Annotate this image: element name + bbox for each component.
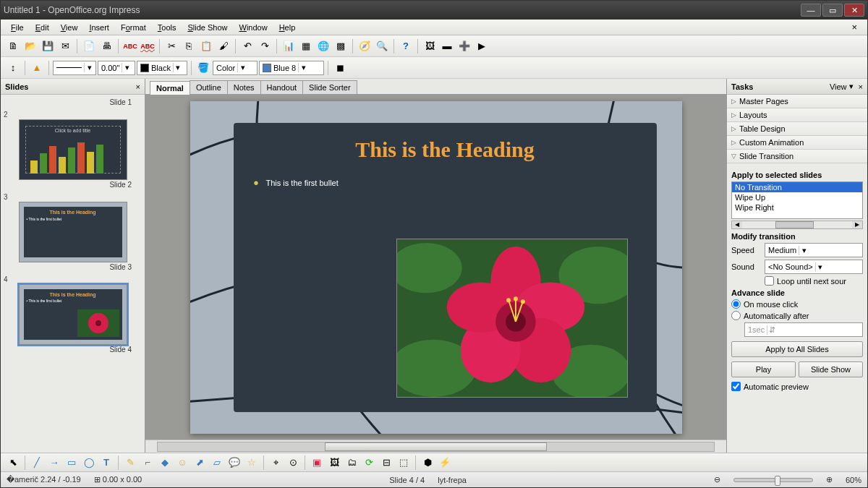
chart-button[interactable]: 📊 — [281, 38, 297, 54]
menu-file[interactable]: File — [5, 22, 30, 33]
autoafter-time[interactable]: 1sec⇵ — [744, 322, 863, 337]
fill-mode-combo[interactable]: Color▾ — [213, 61, 258, 75]
arrange-tool[interactable]: ⬚ — [396, 455, 412, 471]
rect-tool[interactable]: ▭ — [64, 455, 80, 471]
line-width-combo[interactable]: 0.00"▾ — [98, 61, 135, 75]
section-table-design[interactable]: Table Design — [727, 122, 867, 136]
slide-thumb-2[interactable]: 2 Click to add title Slide 2 — [4, 111, 142, 189]
slide-canvas[interactable]: This is the Heading This is the first bu… — [190, 101, 682, 434]
zoom-value[interactable]: 60% — [846, 476, 861, 484]
block-arrows-tool[interactable]: ⬈ — [192, 455, 208, 471]
section-custom-animation[interactable]: Custom Animation — [727, 136, 867, 150]
line-color-combo[interactable]: Black▾ — [137, 61, 187, 75]
section-master-pages[interactable]: Master Pages — [727, 95, 867, 108]
zoom-out-icon[interactable]: ⊖ — [714, 475, 720, 484]
zoom-thumb[interactable] — [775, 476, 780, 486]
arrow-tool[interactable]: → — [46, 455, 62, 471]
area-button[interactable]: 🪣 — [195, 60, 211, 76]
play-button[interactable]: Play — [731, 361, 796, 377]
fontwork-tool[interactable]: ▣ — [309, 455, 325, 471]
stars-tool[interactable]: ☆ — [244, 455, 260, 471]
gallery-tool[interactable]: 🗂 — [344, 455, 359, 471]
menu-tools[interactable]: Tools — [152, 22, 182, 33]
arrow-style-button[interactable]: ↕ — [5, 60, 21, 76]
align-tool[interactable]: ⊟ — [378, 455, 394, 471]
help-button[interactable]: ? — [398, 38, 414, 54]
transition-scroll[interactable]: ◀▶ — [731, 221, 863, 229]
tasks-view-menu[interactable]: View ▾ × — [830, 82, 863, 91]
flowchart-tool[interactable]: ▱ — [209, 455, 225, 471]
curve-tool[interactable]: ✎ — [122, 455, 138, 471]
minimize-button[interactable]: — — [801, 4, 821, 17]
extrusion-tool[interactable]: ⬢ — [420, 455, 435, 471]
points-tool[interactable]: ⌖ — [268, 455, 284, 471]
tab-outline[interactable]: Outline — [190, 80, 228, 94]
paste-button[interactable]: 📋 — [198, 38, 214, 54]
slide-image[interactable] — [396, 239, 628, 398]
menu-edit[interactable]: Edit — [30, 22, 55, 33]
tab-normal[interactable]: Normal — [150, 81, 190, 95]
slides-list[interactable]: Slide 1 2 Click to add title Slide 2 3 T… — [1, 95, 145, 453]
onclick-radio[interactable] — [731, 299, 741, 309]
interaction-tool[interactable]: ⚡ — [437, 455, 453, 471]
slide-heading[interactable]: This is the Heading — [254, 137, 637, 162]
apply-all-button[interactable]: Apply to All Slides — [731, 341, 863, 357]
redo-button[interactable]: ↷ — [257, 38, 273, 54]
menu-insert[interactable]: Insert — [83, 22, 115, 33]
line-tool[interactable]: ╱ — [29, 455, 45, 471]
hyperlink-button[interactable]: 🌐 — [315, 38, 331, 54]
insert-slide-button[interactable]: ➕ — [456, 38, 472, 54]
scroll-track[interactable] — [157, 442, 715, 452]
menu-help[interactable]: Help — [273, 22, 302, 33]
transition-option[interactable]: No Transition — [732, 182, 862, 192]
print-button[interactable]: 🖶 — [98, 38, 114, 54]
section-slide-transition[interactable]: Slide Transition — [727, 150, 867, 163]
shadow-button[interactable]: ◼ — [332, 60, 348, 76]
transition-option[interactable]: Wipe Right — [732, 202, 862, 213]
slides-panel-close-icon[interactable]: × — [136, 82, 140, 91]
maximize-button[interactable]: ▭ — [822, 4, 843, 17]
scroll-thumb[interactable] — [325, 442, 548, 451]
slide-thumb-4[interactable]: 4 This is the Heading • This is the firs… — [4, 275, 142, 354]
cut-button[interactable]: ✂ — [163, 38, 179, 54]
new-button[interactable]: 🗎 — [5, 38, 21, 54]
open-button[interactable]: 📂 — [22, 38, 38, 54]
close-button[interactable]: ✕ — [844, 4, 864, 17]
save-button[interactable]: 💾 — [40, 38, 56, 54]
format-paint-button[interactable]: 🖌 — [216, 38, 231, 54]
text-tool[interactable]: T — [98, 455, 114, 471]
slide-design-button[interactable]: 🖼 — [422, 38, 438, 54]
email-button[interactable]: ✉ — [57, 38, 73, 54]
grid-button[interactable]: ▩ — [333, 38, 349, 54]
symbol-shapes-tool[interactable]: ☺ — [174, 455, 190, 471]
slide-thumb-3[interactable]: 3 This is the Heading • This is the firs… — [4, 193, 142, 271]
table-button[interactable]: ▦ — [298, 38, 314, 54]
transition-option[interactable]: Wipe Up — [732, 192, 862, 202]
tab-handout[interactable]: Handout — [260, 80, 304, 94]
basic-shapes-tool[interactable]: ◆ — [157, 455, 173, 471]
horizontal-scrollbar[interactable] — [145, 440, 726, 453]
section-layouts[interactable]: Layouts — [727, 108, 867, 122]
menu-window[interactable]: Window — [234, 22, 273, 33]
rotate-tool[interactable]: ⟳ — [361, 455, 377, 471]
sound-combo[interactable]: <No Sound>▾ — [765, 260, 863, 274]
copy-button[interactable]: ⎘ — [181, 38, 197, 54]
tab-sorter[interactable]: Slide Sorter — [302, 80, 357, 94]
glue-tool[interactable]: ⊙ — [285, 455, 301, 471]
select-tool[interactable]: ⬉ — [5, 455, 21, 471]
from-file-tool[interactable]: 🖼 — [326, 455, 342, 471]
slide-thumb-1[interactable]: Slide 1 — [4, 98, 142, 106]
menu-view[interactable]: View — [55, 22, 84, 33]
spellcheck-button[interactable]: ABC — [122, 38, 138, 54]
zoom-in-icon[interactable]: ⊕ — [826, 475, 833, 484]
connector-tool[interactable]: ⌐ — [140, 455, 156, 471]
menu-slideshow[interactable]: Slide Show — [182, 22, 233, 33]
line-endings-button[interactable]: ▲ — [29, 60, 45, 76]
ellipse-tool[interactable]: ◯ — [81, 455, 97, 471]
presentation-button[interactable]: ▶ — [474, 38, 490, 54]
autopreview-checkbox[interactable] — [731, 382, 741, 391]
line-style-combo[interactable]: ▾ — [53, 61, 96, 75]
zoom-slider[interactable] — [733, 478, 813, 482]
speed-combo[interactable]: Medium▾ — [765, 243, 863, 257]
autoafter-radio[interactable] — [731, 311, 741, 320]
